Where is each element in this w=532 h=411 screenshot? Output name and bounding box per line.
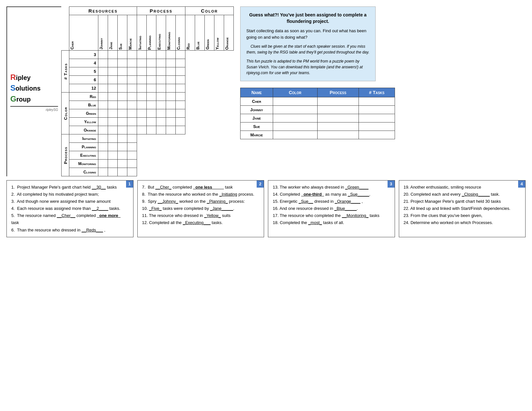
summary-row-cher: Cher xyxy=(241,97,395,106)
summary-tasks-jane[interactable] xyxy=(359,114,395,122)
summary-header-color: Color xyxy=(273,88,317,97)
cell-3-executing[interactable] xyxy=(156,51,166,59)
clue-box-4: 4 19. Another enthusiastic, smiling reso… xyxy=(399,180,526,237)
summary-tasks-sue[interactable] xyxy=(359,122,395,131)
summary-tasks-johnny[interactable] xyxy=(359,106,395,114)
clue-3-4: 16. And one resource dressed in _Blue___… xyxy=(273,205,390,212)
clue-2-4: 10. _Five_ tasks were completed by _Jane… xyxy=(142,205,260,212)
col-planning: Planning xyxy=(147,15,156,51)
col-sue: Sue xyxy=(118,15,127,51)
info-italic1: Clues will be given at the start of each… xyxy=(246,44,369,55)
col-initiating: Initiating xyxy=(137,15,147,51)
col-green: Green xyxy=(205,15,214,51)
process-header: Process xyxy=(137,7,185,15)
col-monitoring: Monitoring xyxy=(166,15,176,51)
cell-3-sue[interactable] xyxy=(118,51,127,59)
cell-3-jane[interactable] xyxy=(108,51,118,59)
row-process-initiating: Initiating xyxy=(69,134,98,143)
logo-r: R xyxy=(10,73,16,82)
logo-olutions: olutions xyxy=(15,85,41,92)
summary-header-process: Process xyxy=(317,88,359,97)
clue-2-2: 8. Than the resource who worked on the _… xyxy=(142,191,260,198)
logo-roup: roup xyxy=(16,96,31,103)
col-cher: Cher xyxy=(69,15,98,51)
row-tasks-4: 4 xyxy=(69,59,98,67)
clue-box-3: 3 13. The worker who always dressed in _… xyxy=(268,180,395,237)
row-tasks-12: 12 xyxy=(69,84,98,93)
summary-row-johnny: Johnny xyxy=(241,106,395,114)
cell-3-initiating[interactable] xyxy=(137,51,147,59)
clue-4-6: 24. Determine who worked on which Proces… xyxy=(404,219,521,226)
logo-ipley: ipley xyxy=(16,74,31,81)
tasks-section-label: # Tasks xyxy=(62,51,69,93)
row-process-closing: Closing xyxy=(69,168,98,176)
col-marcie: Marcie xyxy=(127,15,137,51)
summary-process-marcie[interactable] xyxy=(317,131,359,139)
summary-process-sue[interactable] xyxy=(317,122,359,131)
process-section-label: Process xyxy=(62,134,69,176)
summary-color-johnny[interactable] xyxy=(273,106,317,114)
clue-4-4: 22. All lined up and linked with Start/F… xyxy=(404,205,521,212)
info-title: Guess what?! You've just been assigned t… xyxy=(246,12,369,24)
summary-name-jane: Jane xyxy=(241,114,273,122)
summary-tasks-cher[interactable] xyxy=(359,97,395,106)
row-tasks-5: 5 xyxy=(69,67,98,76)
row-tasks-6: 6 xyxy=(69,76,98,84)
clue-1-6: 6. Than the resource who dressed in __Re… xyxy=(11,227,129,234)
clue-4-1: 19. Another enthusiastic, smiling resour… xyxy=(404,184,521,191)
summary-process-cher[interactable] xyxy=(317,97,359,106)
clue-3-2: 14. Completed _one-third_ as many as _Su… xyxy=(273,191,390,198)
col-closing: Closing xyxy=(176,15,185,51)
color-header: Color xyxy=(185,7,234,15)
row-color-orange: Orange xyxy=(69,126,98,134)
summary-color-marcie[interactable] xyxy=(273,131,317,139)
summary-process-johnny[interactable] xyxy=(317,106,359,114)
cell-3-marcie[interactable] xyxy=(127,51,137,59)
color-section-label: Color xyxy=(62,93,69,134)
row-process-executing: Executing xyxy=(69,151,98,160)
col-jane: Jane xyxy=(108,15,118,51)
col-red: Red xyxy=(185,15,195,51)
right-panel: Guess what?! You've just been assigned t… xyxy=(240,6,526,139)
summary-row-jane: Jane xyxy=(241,114,395,122)
summary-tasks-marcie[interactable] xyxy=(359,131,395,139)
summary-process-jane[interactable] xyxy=(317,114,359,122)
clue-badge-1: 1 xyxy=(126,181,133,188)
col-johnny: Johnny xyxy=(98,15,108,51)
cell-3-monitoring[interactable] xyxy=(166,51,176,59)
clue-box-1: 1 1. Project Manager Pete's gantt chart … xyxy=(6,180,133,237)
clue-1-2: 2. All completed by his motivated projec… xyxy=(11,191,129,198)
summary-table: Name Color Process # Tasks Cher xyxy=(240,88,395,139)
cell-3-planning[interactable] xyxy=(147,51,156,59)
row-color-yellow: Yellow xyxy=(69,118,98,126)
col-yellow: Yellow xyxy=(214,15,224,51)
summary-row-marcie: Marcie xyxy=(241,131,395,139)
row-tasks-3: 3 xyxy=(69,51,98,59)
logo-s: S xyxy=(10,83,15,92)
clue-3-1: 13. The worker who always dressed in _Gr… xyxy=(273,184,390,191)
cell-3-johnny[interactable] xyxy=(98,51,108,59)
clue-3-5: 17. The resource who completed the __Mon… xyxy=(273,212,390,219)
summary-color-jane[interactable] xyxy=(273,114,317,122)
logo: Ripley Solutions Group ripleySG xyxy=(6,6,61,176)
clue-2-1: 7. But __Cher_ completed _one less_____ … xyxy=(142,184,260,191)
summary-name-cher: Cher xyxy=(241,97,273,106)
clue-1-4: 4. Each resource was assigned more than … xyxy=(11,205,129,212)
summary-color-cher[interactable] xyxy=(273,97,317,106)
cell-3-closing[interactable] xyxy=(176,51,185,59)
summary-name-johnny: Johnny xyxy=(241,106,273,114)
clue-2-5: 11. The resource who dressed in _Yellow_… xyxy=(142,212,260,219)
clue-1-3: 3. And though none were assigned the sam… xyxy=(11,198,129,205)
info-body: Start collecting data as soon as you can… xyxy=(246,28,369,40)
info-italic2: This fun puzzle is adapted to the PM wor… xyxy=(246,58,369,76)
summary-color-sue[interactable] xyxy=(273,122,317,131)
clue-1-5: 5. The resource named __Cher__ completed… xyxy=(11,212,129,226)
clue-4-3: 21. Project Manager Pete's gantt chart h… xyxy=(404,198,521,205)
clue-4-2: 20. Completed each and every _Closing___… xyxy=(404,191,521,198)
clue-4-5: 23. From the clues that you've been give… xyxy=(404,212,521,219)
summary-name-marcie: Marcie xyxy=(241,131,273,139)
clue-badge-4: 4 xyxy=(518,181,525,188)
clue-2-6: 12. Completed all the _Executing___ task… xyxy=(142,219,260,226)
clue-1-1: 1. Project Manager Pete's gantt chart he… xyxy=(11,184,129,191)
col-orange: Orange xyxy=(224,15,234,51)
